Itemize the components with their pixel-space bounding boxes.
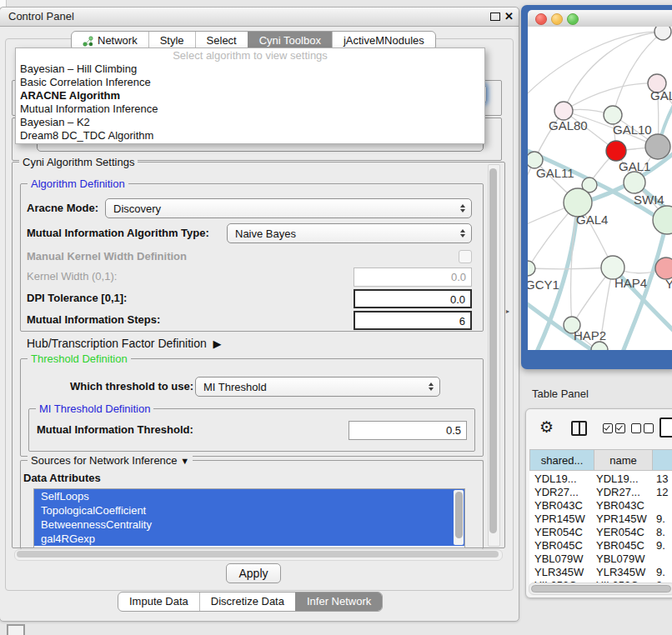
table-row[interactable]: YPR145W YPR145W 9. — [529, 512, 672, 526]
table-row[interactable]: YBL079W YBL079W — [529, 552, 672, 566]
node-gcy1[interactable] — [528, 261, 535, 276]
table-row[interactable]: YBR043C YBR043C — [529, 499, 672, 512]
threshold-definition-title: Threshold Definition — [28, 352, 131, 365]
table-horizontal-scrollbar[interactable] — [529, 582, 672, 595]
table-row[interactable]: YDL19... YDL19... 13 — [529, 472, 672, 486]
tab-discretize-data[interactable]: Discretize Data — [199, 592, 295, 611]
kernel-width-field[interactable]: 0.0 — [354, 268, 472, 287]
float-window-icon[interactable] — [490, 12, 500, 21]
node-label: GAL1 — [619, 159, 650, 173]
table-row[interactable]: YLR345W YLR345W 9. — [529, 566, 672, 579]
settings-vertical-scrollbar[interactable] — [488, 164, 500, 547]
sources-group-title: Sources for Network Inference ▼ — [28, 454, 193, 468]
node-gal1[interactable] — [624, 172, 645, 193]
collapse-down-icon[interactable]: ▼ — [180, 456, 189, 466]
node[interactable] — [591, 342, 608, 350]
spinner-arrows-icon — [429, 382, 434, 391]
list-vertical-scrollbar[interactable] — [454, 490, 464, 545]
dropdown-item-selected[interactable]: ARACNE Algorithm — [16, 89, 484, 102]
network-window-titlebar[interactable] — [528, 10, 672, 28]
list-item-selected[interactable]: gal4RGexp — [34, 532, 464, 546]
close-traffic-light[interactable] — [535, 13, 547, 25]
which-threshold-combo[interactable]: MI Threshold — [195, 377, 440, 397]
tab-infer-network[interactable]: Infer Network — [295, 592, 382, 611]
mi-steps-label: Mutual Information Steps: — [27, 310, 160, 330]
mi-threshold-field[interactable]: 0.5 — [349, 421, 467, 440]
unchecked-box-icon — [631, 423, 641, 433]
table-row[interactable]: YER054C YER054C 8. — [529, 526, 672, 539]
manual-kernel-checkbox[interactable] — [459, 250, 472, 263]
which-threshold-value: MI Threshold — [203, 381, 267, 393]
network-tab-icon — [83, 36, 93, 47]
aracne-mode-value: Discovery — [113, 202, 161, 215]
zoom-traffic-light[interactable] — [567, 13, 579, 25]
column-header-partial[interactable] — [652, 449, 672, 471]
aracne-mode-combo[interactable]: Discovery — [105, 198, 472, 218]
spinner-arrows-icon — [460, 204, 465, 212]
node-gal10[interactable] — [645, 134, 670, 159]
node-gal80[interactable] — [554, 102, 573, 120]
table-body: YDL19... YDL19... 13 YDR27... YDR27... 1… — [529, 471, 672, 584]
spinner-arrows-icon — [460, 229, 465, 238]
settings-horizontal-scrollbar[interactable] — [14, 549, 503, 561]
tab-impute-data[interactable]: Impute Data — [118, 592, 199, 611]
mi-steps-field[interactable]: 6 — [354, 311, 472, 330]
network-canvas[interactable]: GAL80 GAL10 GAL1 GAL11 GAL4 SWI4 GCY1 HA… — [528, 27, 672, 350]
mi-type-value: Naive Bayes — [235, 228, 296, 240]
node-label: GAL10 — [613, 122, 652, 137]
gear-icon[interactable]: ⚙ — [539, 419, 554, 436]
dpi-tolerance-field[interactable]: 0.0 — [354, 289, 472, 308]
table-row[interactable]: YDR27... YDR27... 12 — [529, 486, 672, 499]
mi-threshold-group-title: MI Threshold Definition — [36, 402, 153, 415]
node-label: GAL4 — [576, 212, 608, 227]
which-threshold-label: Which threshold to use: — [70, 377, 193, 397]
deselect-all-checkboxes-icon[interactable] — [631, 423, 654, 433]
expand-right-icon[interactable]: ▶ — [213, 338, 222, 350]
node-swi4[interactable] — [653, 206, 672, 234]
node-label: HAP4 — [614, 276, 647, 290]
mi-type-combo[interactable]: Naive Bayes — [227, 223, 472, 243]
select-all-checkboxes-icon[interactable] — [603, 423, 625, 433]
algorithm-definition-title: Algorithm Definition — [28, 178, 128, 190]
list-item-selected[interactable]: BetweennessCentrality — [34, 518, 464, 532]
column-header-shared[interactable]: shared... — [529, 449, 594, 471]
node-label: SWI4 — [634, 192, 664, 207]
data-attributes-list[interactable]: SelfLoops TopologicalCoefficient Between… — [33, 488, 465, 548]
scrollbar-thumb[interactable] — [531, 585, 671, 592]
split-columns-icon[interactable] — [571, 421, 587, 436]
new-table-icon[interactable] — [659, 418, 672, 438]
minimize-traffic-light[interactable] — [551, 13, 563, 25]
table-panel-title: Table Panel — [532, 388, 589, 400]
dropdown-item[interactable]: Bayesian – K2 — [16, 116, 484, 129]
table-row[interactable]: YBR045C YBR045C 9. — [529, 539, 672, 552]
node-label: GAL — [650, 88, 672, 102]
sash-arrow-icon[interactable]: ▸ — [506, 308, 509, 315]
apply-button[interactable]: Apply — [226, 563, 281, 583]
dropdown-placeholder: Select algorithm to view settings — [16, 48, 484, 62]
bottom-tabs: Impute Data Discretize Data Infer Networ… — [118, 592, 383, 612]
dropdown-item[interactable]: Bayesian – Hill Climbing — [16, 62, 484, 76]
algorithm-dropdown-popup: Select algorithm to view settings Bayesi… — [15, 48, 485, 144]
control-panel-title: Control Panel — [8, 8, 74, 26]
list-item-selected[interactable]: TopologicalCoefficient — [34, 503, 464, 518]
mi-threshold-label: Mutual Information Threshold: — [37, 420, 193, 440]
dropdown-item[interactable]: Basic Correlation Inference — [16, 76, 484, 89]
node-label: GAL11 — [536, 166, 574, 180]
node-label: GAL80 — [549, 118, 588, 132]
close-icon[interactable]: ✕ — [504, 9, 514, 24]
scrollbar-thumb[interactable] — [489, 168, 497, 533]
scrollbar-thumb[interactable] — [455, 492, 463, 538]
dropdown-item[interactable]: Dream8 DC_TDC Algorithm — [16, 129, 484, 142]
list-item-selected[interactable]: SelfLoops — [34, 489, 464, 503]
mi-type-label: Mutual Information Algorithm Type: — [27, 223, 209, 243]
node[interactable] — [654, 27, 671, 40]
data-attributes-label: Data Attributes — [23, 468, 101, 488]
scrollbar-thumb[interactable] — [17, 551, 499, 558]
node-red[interactable] — [606, 141, 626, 161]
column-header-name[interactable]: name — [594, 449, 653, 471]
hub-definition-toggle[interactable]: Hub/Transcription Factor Definition ▶ — [27, 333, 222, 354]
dropdown-item[interactable]: Mutual Information Inference — [16, 102, 484, 116]
node[interactable] — [604, 106, 622, 124]
control-panel-titlebar[interactable]: Control Panel ✕ — [0, 8, 519, 27]
floating-panel-stub — [7, 624, 25, 635]
